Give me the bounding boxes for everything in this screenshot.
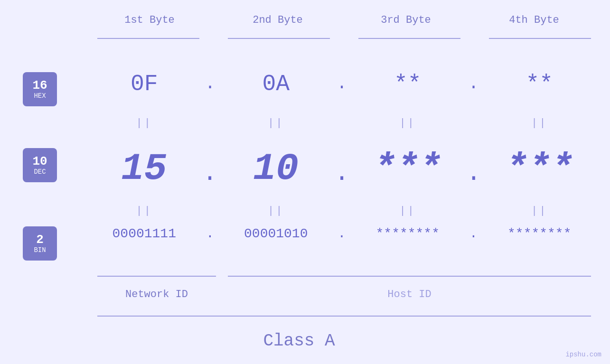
dec-b1: 15	[85, 147, 203, 190]
eq-1-b3: ||	[349, 117, 467, 129]
hex-badge-label: HEX	[34, 92, 46, 100]
hex-b2: 0A	[217, 71, 335, 97]
equals-row-2: || || || ||	[85, 205, 598, 217]
eq-2-b4: ||	[481, 205, 599, 217]
dec-badge-number: 10	[32, 155, 47, 168]
eq-dot-4	[203, 205, 217, 217]
eq-dot-3	[467, 117, 481, 129]
bin-b2: 00001010	[217, 226, 335, 241]
dot-dec-1: .	[203, 161, 217, 186]
eq-1-b4: ||	[481, 117, 599, 129]
main-container: 1st Byte 2nd Byte 3rd Byte 4th Byte 16 H…	[0, 0, 610, 364]
hex-badge: 16 HEX	[23, 72, 57, 106]
watermark: ipshu.com	[565, 351, 601, 358]
dec-badge: 10 DEC	[23, 148, 57, 182]
eq-2-b3: ||	[349, 205, 467, 217]
eq-2-b2: ||	[217, 205, 335, 217]
byte-headers: 1st Byte 2nd Byte 3rd Byte 4th Byte	[85, 14, 598, 26]
byte-header-3: 3rd Byte	[342, 14, 470, 26]
bin-badge-label: BIN	[34, 246, 46, 254]
eq-1-b1: ||	[85, 117, 203, 129]
hex-b4: **	[481, 71, 599, 97]
byte-header-1: 1st Byte	[85, 14, 214, 26]
bracket-line-2	[228, 38, 330, 39]
class-a-label: Class A	[0, 331, 598, 351]
bin-row: 00001111 . 00001010 . ******** . *******…	[85, 226, 598, 241]
dot-dec-3: .	[466, 161, 481, 186]
dot-bin-1: .	[203, 227, 217, 241]
hex-row: 0F . 0A . ** . **	[85, 71, 598, 97]
equals-row-1: || || || ||	[85, 117, 598, 129]
host-id-label: Host ID	[228, 289, 591, 300]
dec-b3: ***	[349, 147, 467, 190]
bracket-line-3	[358, 38, 460, 39]
bin-b3: ********	[349, 226, 467, 241]
dec-b4: ***	[481, 147, 598, 190]
network-id-label: Network ID	[97, 289, 216, 300]
bin-b4: ********	[481, 226, 599, 241]
dot-dec-2: .	[334, 161, 349, 186]
hex-b1: 0F	[85, 71, 203, 97]
bin-b1: 00001111	[85, 226, 203, 241]
dot-hex-3: .	[467, 75, 481, 93]
hex-b3: **	[349, 71, 467, 97]
dot-hex-2: .	[335, 75, 349, 93]
dot-hex-1: .	[203, 75, 217, 93]
dec-b2: 10	[217, 147, 335, 190]
bottom-bracket-right	[228, 276, 591, 277]
dot-bin-2: .	[335, 227, 349, 241]
eq-dot-6	[467, 205, 481, 217]
dec-row: 15 . 10 . *** . ***	[85, 147, 598, 190]
eq-dot-5	[335, 205, 349, 217]
class-bracket	[97, 316, 591, 317]
bottom-bracket-left	[97, 276, 216, 277]
byte-header-2: 2nd Byte	[214, 14, 342, 26]
dec-badge-label: DEC	[34, 168, 46, 176]
eq-2-b1: ||	[85, 205, 203, 217]
hex-badge-number: 16	[32, 79, 47, 93]
byte-header-4: 4th Byte	[470, 14, 598, 26]
dot-bin-3: .	[467, 227, 481, 241]
eq-dot-2	[335, 117, 349, 129]
eq-dot-1	[203, 117, 217, 129]
bracket-line-4	[489, 38, 591, 39]
bracket-line-1	[97, 38, 199, 39]
bin-badge: 2 BIN	[23, 226, 57, 261]
eq-1-b2: ||	[217, 117, 335, 129]
bin-badge-number: 2	[36, 233, 44, 247]
